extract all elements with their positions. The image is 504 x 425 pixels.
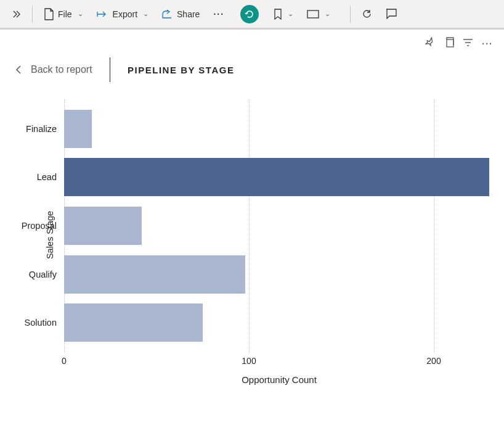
rectangle-icon bbox=[307, 10, 319, 19]
page-title: PIPELINE BY STAGE bbox=[128, 65, 234, 75]
x-tick: 200 bbox=[426, 356, 441, 366]
x-tick: 100 bbox=[242, 356, 256, 366]
file-menu[interactable]: File ⌄ bbox=[38, 5, 89, 23]
export-label: Export bbox=[113, 9, 137, 19]
gridline bbox=[249, 99, 250, 352]
view-menu[interactable]: ⌄ bbox=[301, 7, 336, 22]
x-axis: 0100200 bbox=[64, 352, 494, 371]
bar-row: Qualify bbox=[64, 255, 245, 294]
toolbar: File ⌄ Export ⌄ Share ··· ⌄ ⌄ bbox=[0, 0, 504, 30]
back-label: Back to report bbox=[31, 64, 92, 75]
header: Back to report PIPELINE BY STAGE bbox=[0, 52, 504, 93]
export-menu[interactable]: Export ⌄ bbox=[91, 6, 155, 22]
filter-button[interactable] bbox=[463, 38, 473, 49]
visual-more-button[interactable]: ··· bbox=[482, 39, 493, 49]
bar[interactable] bbox=[64, 255, 245, 294]
category-label: Proposal bbox=[22, 221, 57, 231]
more-icon: ··· bbox=[213, 9, 224, 19]
bar-row: Proposal bbox=[64, 207, 142, 245]
plot-area: Sales Stage 0100200 FinalizeLeadProposal… bbox=[64, 99, 494, 371]
refresh-icon bbox=[245, 9, 254, 19]
chevron-down-icon: ⌄ bbox=[325, 10, 330, 18]
export-icon bbox=[97, 9, 109, 19]
bar-row: Solution bbox=[64, 303, 203, 342]
share-icon bbox=[162, 9, 173, 19]
chevron-down-icon: ⌄ bbox=[143, 10, 148, 18]
x-tick: 0 bbox=[62, 356, 67, 366]
expand-button[interactable] bbox=[5, 6, 27, 22]
y-axis-label: Sales Stage bbox=[45, 211, 55, 259]
pin-button[interactable] bbox=[425, 37, 436, 50]
filter-icon bbox=[463, 38, 473, 49]
header-divider bbox=[110, 57, 111, 82]
bookmark-menu[interactable]: ⌄ bbox=[267, 6, 299, 23]
comment-icon bbox=[386, 9, 397, 19]
share-label: Share bbox=[177, 9, 200, 19]
reload-icon bbox=[362, 9, 372, 19]
chart: Sales Stage 0100200 FinalizeLeadProposal… bbox=[0, 93, 504, 385]
bookmark-icon bbox=[274, 9, 282, 20]
bar[interactable] bbox=[64, 158, 489, 196]
divider bbox=[350, 6, 351, 23]
file-icon bbox=[44, 8, 54, 20]
copy-button[interactable] bbox=[444, 37, 454, 50]
divider bbox=[32, 6, 33, 23]
chevron-down-icon: ⌄ bbox=[78, 10, 83, 18]
chevron-down-icon: ⌄ bbox=[288, 10, 293, 18]
category-label: Qualify bbox=[29, 270, 57, 279]
share-button[interactable]: Share bbox=[156, 6, 206, 22]
reload-button[interactable] bbox=[356, 6, 378, 22]
bar[interactable] bbox=[64, 303, 203, 342]
svg-rect-0 bbox=[307, 10, 319, 18]
file-label: File bbox=[58, 9, 72, 19]
svg-rect-1 bbox=[447, 39, 453, 47]
bar-row: Lead bbox=[64, 158, 489, 196]
back-to-report[interactable]: Back to report bbox=[15, 64, 92, 75]
x-axis-label: Opportunity Count bbox=[15, 374, 494, 385]
category-label: Finalize bbox=[26, 124, 57, 134]
comment-button[interactable] bbox=[380, 6, 399, 22]
bar[interactable] bbox=[64, 207, 142, 245]
visual-actions: ··· bbox=[0, 30, 504, 52]
copy-icon bbox=[444, 37, 454, 50]
category-label: Solution bbox=[25, 318, 57, 328]
category-label: Lead bbox=[37, 172, 57, 182]
bar-row: Finalize bbox=[64, 110, 92, 148]
bar[interactable] bbox=[64, 110, 92, 148]
more-button[interactable]: ··· bbox=[207, 6, 230, 22]
chevron-left-icon bbox=[15, 65, 22, 75]
more-icon: ··· bbox=[482, 39, 493, 49]
double-chevron-icon bbox=[11, 9, 21, 19]
gridline bbox=[434, 99, 434, 352]
refresh-button[interactable] bbox=[240, 5, 259, 23]
pin-icon bbox=[425, 37, 436, 50]
